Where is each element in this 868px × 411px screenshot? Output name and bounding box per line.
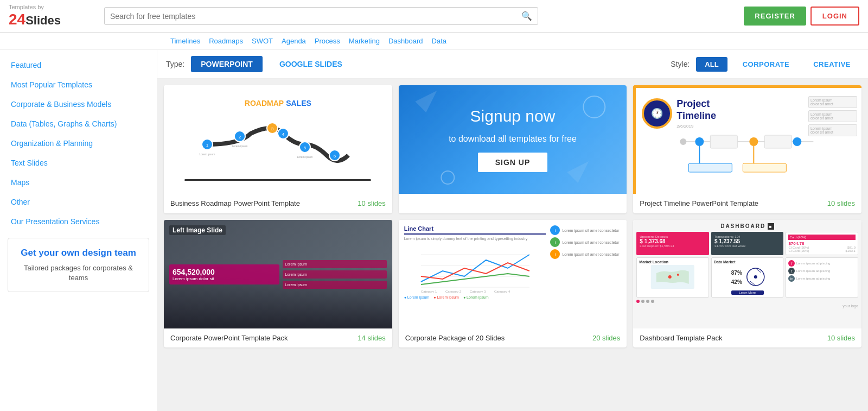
svg-point-16 <box>583 96 605 118</box>
powerpoint-button[interactable]: POWERPOINT <box>191 56 263 72</box>
dash-social-row3: in Lorem ipsum adipiscing <box>788 275 856 282</box>
sidebar-item-featured[interactable]: Featured <box>0 55 157 75</box>
card-timeline[interactable]: 🕐 Project Timeline 2/6/2019 <box>633 85 861 213</box>
legend-2: ● Lorem ipsum <box>433 295 459 299</box>
corporate-style-button[interactable]: CORPORATE <box>734 57 799 72</box>
preview-box-1: Lorem ipsumdolor sit amet <box>808 96 857 108</box>
card-slides-timeline: 10 slides <box>827 199 855 207</box>
corp-cell-1: Lorem ipsum <box>283 260 386 268</box>
logo-24: 24 <box>9 11 25 28</box>
card-roadmap[interactable]: ROADMAP SALES 1 2 3 4 5 6 <box>164 85 392 213</box>
nav-tag-process[interactable]: Process <box>312 36 342 46</box>
dash-dots <box>636 300 858 303</box>
card-corporate[interactable]: 654,520,000 Lorem ipsum dolor sit Lorem … <box>164 220 392 347</box>
svg-point-40 <box>677 274 679 276</box>
nav-tag-swot[interactable]: SWOT <box>250 36 275 46</box>
dash-card-val2: $193.1 <box>846 249 856 252</box>
thumb-roadmap-content: ROADMAP SALES 1 2 3 4 5 6 <box>164 85 392 194</box>
card-title-corporate: Corporate PowerPoint Template Pack <box>170 334 288 342</box>
sidebar-item-most-popular[interactable]: Most Popular Templates <box>0 75 157 94</box>
dash-card-label: Card (40%) <box>788 235 856 240</box>
corp-amount-1: 654,520,000 <box>173 268 276 276</box>
filter-right: Style: ALL CORPORATE CREATIVE <box>671 57 859 72</box>
promo-subtitle: Tailored packages for corporates & teams <box>17 263 140 283</box>
style-label: Style: <box>671 60 690 68</box>
sidebar: Featured Most Popular Templates Corporat… <box>0 50 157 411</box>
svg-point-24 <box>793 137 802 146</box>
dash-social-row2: t Lorem ipsum adipiscing <box>788 268 856 274</box>
register-button[interactable]: REGISTER <box>744 7 806 26</box>
lc-text-1: Lorem ipsum sit amet consectetur <box>562 229 619 232</box>
search-input[interactable] <box>110 12 521 21</box>
google-slides-button[interactable]: GOOGLE SLIDES <box>269 55 353 73</box>
dash-social-text3: Lorem ipsum adipiscing <box>796 277 830 280</box>
svg-text:2: 2 <box>239 135 241 140</box>
card-info-roadmap: Business Roadmap PowerPoint Template 10 … <box>164 194 392 213</box>
login-button[interactable]: LOGIN <box>810 7 859 26</box>
card-linechart[interactable]: Line Chart Lorem ipsum is simply dummy t… <box>399 220 627 347</box>
nav-tag-marketing[interactable]: Marketing <box>347 36 382 46</box>
content-area: Type: POWERPOINT GOOGLE SLIDES Style: AL… <box>157 50 868 411</box>
all-style-button[interactable]: ALL <box>696 57 727 72</box>
svg-text:Category 3: Category 3 <box>470 290 486 293</box>
dash-social-icon1: f <box>788 260 795 267</box>
card-slides-dashboard: 10 slides <box>827 334 855 342</box>
dash-icon: ■ <box>768 223 774 230</box>
preview-box-2: Lorem ipsumdolor sit amet <box>808 110 857 122</box>
logo-by: Templates by <box>9 4 61 11</box>
card-title-timeline: Project Timeline PowerPoint Template <box>640 199 758 207</box>
nav-tag-agenda[interactable]: Agenda <box>279 36 308 46</box>
corp-content: 654,520,000 Lorem ipsum dolor sit Lorem … <box>164 220 392 328</box>
logo: Templates by 24Slides <box>9 4 95 28</box>
sidebar-item-corporate-business[interactable]: Corporate & Business Models <box>0 94 157 114</box>
sidebar-item-data[interactable]: Data (Tables, Graphs & Charts) <box>0 114 157 134</box>
dash-cell-dark: Transactions: 134 $ 1,237.55 34.4% from … <box>711 232 784 255</box>
preview-box-3: Lorem ipsumdolor sit amet <box>808 124 857 136</box>
svg-text:87%: 87% <box>731 270 742 276</box>
lc-title: Line Chart <box>404 225 546 235</box>
type-label: Type: <box>166 60 184 68</box>
dash-cell-card: Card (40%) $704.78 Cl Card (20%)$91.0 Cl… <box>786 232 858 255</box>
lc-icon-3: i <box>550 249 560 259</box>
search-icon: 🔍 <box>521 11 532 21</box>
dash-map-svg <box>639 265 706 289</box>
sidebar-item-organization[interactable]: Organization & Planning <box>0 134 157 153</box>
lc-info-1: i Lorem ipsum sit amet consectetur <box>550 225 621 235</box>
dot-4 <box>651 300 654 303</box>
svg-text:Lorem ipsum: Lorem ipsum <box>297 155 313 159</box>
legend-1: ● Lorem ipsum <box>404 295 430 299</box>
card-thumb-roadmap: ROADMAP SALES 1 2 3 4 5 6 <box>164 85 392 194</box>
nav-tag-timelines[interactable]: Timelines <box>168 36 202 46</box>
lc-icon-1: i <box>550 225 560 235</box>
main-layout: Featured Most Popular Templates Corporat… <box>0 50 868 411</box>
nav-tag-dashboard[interactable]: Dashboard <box>386 36 425 46</box>
svg-point-46 <box>754 275 757 279</box>
dash-dark-detail: 34.4% from last week <box>714 244 781 248</box>
card-info-linechart: Corporate Package of 20 Slides 20 slides <box>399 328 627 347</box>
svg-text:Category 4: Category 4 <box>494 290 510 293</box>
linechart-svg: Category 1 Category 2 Category 3 Categor… <box>404 244 546 293</box>
svg-text:1: 1 <box>206 143 209 148</box>
svg-point-18 <box>441 171 454 184</box>
logo-slides: Slides <box>25 14 61 27</box>
signup-button[interactable]: SIGN UP <box>478 153 548 172</box>
dash-cell-social: f Lorem ipsum adipiscing t Lorem ipsum a… <box>786 257 858 298</box>
nav-tag-data[interactable]: Data <box>430 36 449 46</box>
card-dashboard[interactable]: DASHBOARD ■ Upcoming Deposits $ 1,373.68… <box>633 220 861 347</box>
sidebar-item-presentation-services[interactable]: Our Presentation Services <box>0 212 157 231</box>
sidebar-item-maps[interactable]: Maps <box>0 173 157 192</box>
lc-icon-2: i <box>550 237 560 247</box>
promo-title: Get your own design team <box>17 247 140 259</box>
dash-social-text1: Lorem ipsum adipiscing <box>796 262 830 265</box>
lc-desc: Lorem ipsum is simply dummy text of the … <box>404 237 546 241</box>
sidebar-item-text-slides[interactable]: Text Slides <box>0 153 157 173</box>
card-signup[interactable]: Signup now to download all templates for… <box>399 85 627 213</box>
lc-text-2: Lorem ipsum sit amet consectetur <box>562 241 619 244</box>
nav-tag-roadmaps[interactable]: Roadmaps <box>207 36 245 46</box>
creative-style-button[interactable]: CREATIVE <box>805 57 859 72</box>
dot-1 <box>636 300 640 303</box>
lc-text-3: Lorem ipsum sit amet consectetur <box>562 252 619 256</box>
dash-your-logo: your logo <box>636 304 858 308</box>
dot-3 <box>646 300 649 303</box>
sidebar-item-other[interactable]: Other <box>0 192 157 212</box>
